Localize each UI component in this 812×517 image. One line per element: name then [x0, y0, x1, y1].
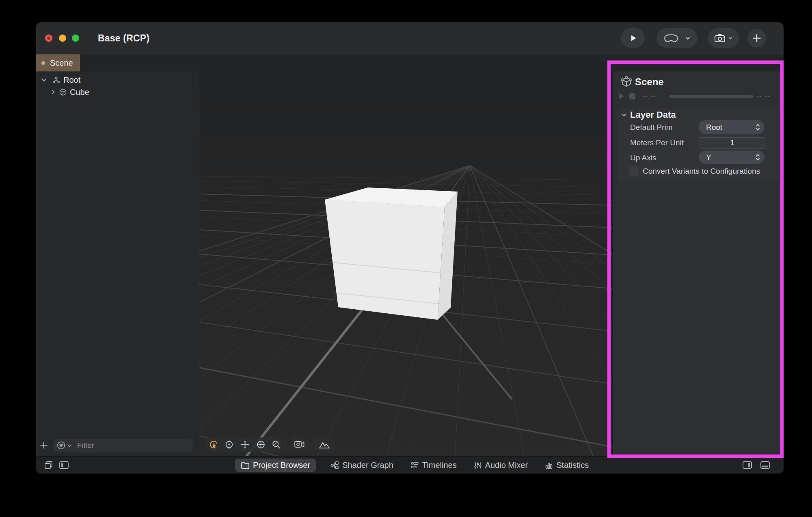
toggle-right-sidebar-button[interactable] — [742, 460, 752, 470]
sidebar-left-icon — [59, 461, 69, 470]
tab-audio-mixer[interactable]: Audio Mixer — [471, 459, 531, 472]
app-window: Base (RCP) — [36, 22, 784, 474]
inspector-header: Scene — [621, 76, 664, 88]
tab-statistics[interactable]: Statistics — [542, 459, 591, 472]
stepper-icon — [755, 153, 760, 161]
close-button[interactable] — [45, 34, 52, 42]
plus-icon — [40, 441, 48, 449]
zoom-button[interactable] — [72, 34, 79, 42]
vision-pro-headset-icon — [663, 33, 679, 43]
toggle-bottom-panel-button[interactable] — [760, 460, 770, 470]
tab-scene-label: Scene — [50, 58, 73, 68]
tree-row-root[interactable]: Root — [36, 74, 199, 86]
cube-object — [325, 187, 458, 320]
tab-shader-graph[interactable]: Shader Graph — [328, 459, 396, 472]
filter-input[interactable] — [76, 441, 179, 450]
scene-player-controls: --:-- --:-- — [613, 91, 784, 102]
timelines-icon — [410, 461, 419, 470]
play-button[interactable] — [621, 28, 645, 48]
pan-tool-icon[interactable] — [240, 439, 250, 450]
environment-button[interactable] — [315, 437, 334, 452]
up-axis-value: Y — [706, 153, 755, 162]
default-prim-value: Root — [706, 123, 755, 132]
tab-label: Project Browser — [253, 461, 310, 470]
sidebar-right-icon — [742, 461, 752, 470]
plus-icon — [752, 33, 762, 43]
document-tab-strip: Scene — [36, 54, 784, 72]
stop-icon[interactable] — [629, 93, 636, 100]
scenes-stack-button[interactable] — [43, 460, 54, 470]
tree-item-label: Root — [63, 75, 80, 85]
chevron-right-icon[interactable] — [50, 89, 56, 95]
button-divider — [682, 33, 682, 43]
time-remaining: --:-- — [757, 92, 771, 101]
meters-per-unit-field[interactable] — [699, 137, 766, 149]
folder-icon — [241, 461, 250, 470]
convert-variants-label: Convert Variants to Configurations — [643, 167, 760, 176]
layer-data-header[interactable]: Layer Data — [621, 110, 676, 120]
tab-label: Timelines — [422, 461, 457, 470]
transform-hierarchy-icon — [52, 76, 60, 84]
up-axis-label: Up Axis — [630, 153, 656, 162]
tree-item-label: Cube — [70, 88, 89, 97]
tab-timelines[interactable]: Timelines — [408, 459, 459, 472]
viewport-3d[interactable] — [199, 71, 612, 456]
reset-camera-button[interactable] — [290, 437, 308, 452]
meters-per-unit-label: Meters Per Unit — [630, 138, 684, 147]
statistics-icon — [545, 461, 553, 470]
viewport-toolbar — [206, 437, 284, 452]
select-tool-icon[interactable] — [209, 439, 219, 450]
tab-scene[interactable]: Scene — [36, 54, 80, 71]
scene-hierarchy-panel: Root Cube — [36, 71, 200, 456]
scene-cube-icon — [621, 76, 632, 88]
up-axis-dropdown[interactable]: Y — [699, 151, 764, 164]
viewport-grid-and-cube — [199, 71, 612, 456]
tree-row-cube[interactable]: Cube — [36, 86, 199, 98]
add-entity-button[interactable] — [39, 439, 49, 451]
chevron-down-icon — [621, 112, 627, 118]
convert-variants-checkbox[interactable] — [629, 166, 639, 176]
workspace-tabs: Project Browser Shader Graph Timelines — [235, 458, 591, 472]
default-prim-label: Default Prim — [630, 123, 673, 132]
mountains-icon — [318, 440, 330, 450]
chevron-down-icon[interactable] — [41, 77, 47, 83]
layer-data-title: Layer Data — [630, 110, 676, 120]
filter-icon[interactable] — [57, 441, 65, 450]
minimize-button[interactable] — [59, 34, 66, 42]
camera-icon — [714, 33, 726, 43]
tab-label: Audio Mixer — [485, 461, 528, 470]
reset-camera-icon — [294, 440, 305, 449]
layer-data-section: Layer Data Default Prim Root Meters Per … — [618, 108, 779, 181]
timeline-slider[interactable] — [669, 95, 754, 98]
shader-graph-icon — [330, 461, 339, 470]
globe-tool-icon[interactable] — [256, 439, 266, 450]
chevron-down-icon[interactable] — [67, 443, 72, 448]
toggle-left-sidebar-button[interactable] — [58, 460, 69, 470]
audio-mixer-icon — [474, 461, 482, 470]
scenes-stack-icon — [44, 460, 54, 470]
tab-label: Statistics — [556, 461, 589, 470]
stepper-icon — [755, 123, 760, 131]
chevron-down-icon[interactable] — [685, 35, 691, 41]
titlebar: Base (RCP) — [36, 22, 784, 54]
bottom-bar: Project Browser Shader Graph Timelines — [36, 456, 784, 474]
inspector-panel: Scene --:-- --:-- Layer Data Default Pri… — [612, 71, 784, 456]
default-prim-dropdown[interactable]: Root — [699, 120, 764, 134]
modified-dot — [41, 61, 45, 65]
orbit-tool-icon[interactable] — [224, 439, 234, 450]
bottom-panel-icon — [760, 461, 770, 470]
tab-project-browser[interactable]: Project Browser — [235, 459, 316, 472]
chevron-down-icon — [728, 35, 733, 41]
zoom-region-tool-icon[interactable] — [271, 439, 281, 450]
snapshot-camera-button[interactable] — [708, 28, 739, 48]
cube-icon — [59, 88, 67, 96]
filter-field[interactable] — [53, 439, 194, 452]
play-icon[interactable] — [618, 92, 625, 100]
add-button[interactable] — [747, 29, 766, 47]
play-icon — [628, 33, 638, 43]
time-elapsed: --:-- — [642, 92, 656, 101]
window-title: Base (RCP) — [98, 22, 149, 54]
tab-label: Shader Graph — [342, 461, 393, 470]
inspector-title: Scene — [635, 76, 664, 88]
preview-headset-button[interactable] — [657, 28, 698, 48]
